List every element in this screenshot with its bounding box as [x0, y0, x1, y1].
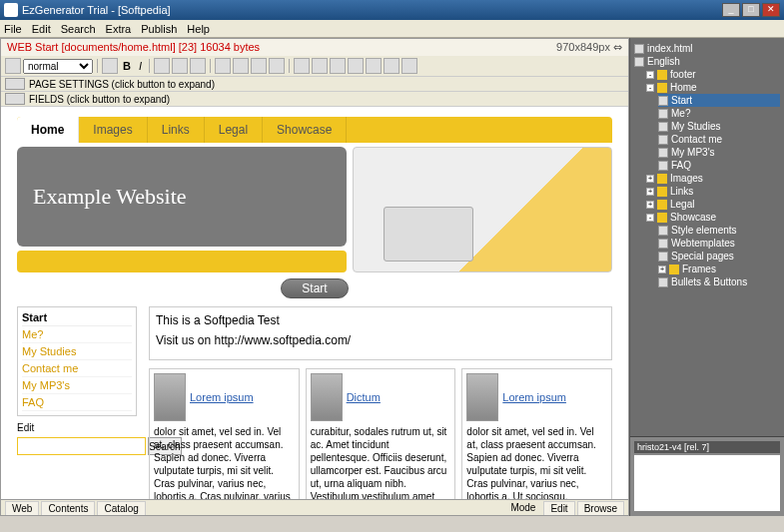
- side-item[interactable]: My MP3's: [22, 377, 132, 394]
- table-icon[interactable]: [294, 58, 310, 74]
- page-icon: [658, 148, 668, 158]
- hero-banner: Example Website: [17, 147, 347, 247]
- tab-home[interactable]: Home: [17, 117, 79, 143]
- expand-icon[interactable]: +: [646, 188, 654, 196]
- editor-canvas[interactable]: Home Images Links Legal Showcase Example…: [1, 107, 628, 499]
- tab-showcase[interactable]: Showcase: [263, 117, 347, 143]
- align-right-icon[interactable]: [190, 58, 206, 74]
- expand-fields-button[interactable]: [5, 93, 25, 105]
- tree-item[interactable]: +Images: [646, 172, 780, 185]
- expand-icon[interactable]: -: [646, 71, 654, 79]
- script-icon[interactable]: [401, 58, 417, 74]
- tree-item[interactable]: -Showcase: [646, 211, 780, 224]
- tab-web[interactable]: Web: [5, 501, 39, 515]
- bold-button[interactable]: B: [120, 60, 134, 72]
- page-icon: [634, 44, 644, 54]
- tree-item[interactable]: index.html: [634, 42, 780, 55]
- side-item[interactable]: Me?: [22, 326, 132, 343]
- tree-label: Bullets & Buttons: [671, 276, 747, 287]
- start-button[interactable]: Start: [281, 278, 348, 298]
- close-button[interactable]: ✕: [762, 3, 780, 17]
- link-icon[interactable]: [330, 58, 346, 74]
- card-title[interactable]: Lorem ipsum: [502, 391, 566, 403]
- card-title[interactable]: Lorem ipsum: [190, 391, 254, 403]
- tree-label: footer: [670, 69, 696, 80]
- tab-catalog[interactable]: Catalog: [97, 501, 145, 515]
- menu-extra[interactable]: Extra: [106, 23, 132, 35]
- tree-item[interactable]: My MP3's: [658, 146, 780, 159]
- page-icon: [658, 109, 668, 119]
- expand-icon[interactable]: +: [646, 175, 654, 183]
- tab-browse-mode[interactable]: Browse: [577, 501, 624, 515]
- expand-icon[interactable]: -: [646, 214, 654, 222]
- tree-item[interactable]: English: [634, 55, 780, 68]
- search-input[interactable]: [17, 437, 146, 455]
- hero-strip: [17, 251, 347, 272]
- new-icon[interactable]: [5, 58, 21, 74]
- tree-item[interactable]: -footer: [646, 68, 780, 81]
- expand-page-settings-button[interactable]: [5, 78, 25, 90]
- tab-images[interactable]: Images: [79, 117, 147, 143]
- tree-item[interactable]: Bullets & Buttons: [658, 275, 780, 288]
- menu-file[interactable]: File: [4, 23, 22, 35]
- side-item[interactable]: Contact me: [22, 360, 132, 377]
- tree-item[interactable]: Me?: [658, 107, 780, 120]
- infobar: WEB Start [documents/home.html] [23] 160…: [1, 39, 628, 56]
- list-ol-icon[interactable]: [233, 58, 249, 74]
- align-center-icon[interactable]: [172, 58, 188, 74]
- tree-item[interactable]: +Frames: [658, 263, 780, 275]
- style-select[interactable]: normal: [23, 59, 93, 74]
- card-title[interactable]: Dictum: [347, 391, 381, 403]
- intro-line-1: This is a Softpedia Test: [156, 313, 605, 327]
- list-ul-icon[interactable]: [215, 58, 231, 74]
- indent-icon[interactable]: [251, 58, 267, 74]
- folder-icon: [657, 200, 667, 210]
- align-left-icon[interactable]: [154, 58, 170, 74]
- menu-publish[interactable]: Publish: [141, 23, 177, 35]
- tree-label: Contact me: [671, 134, 722, 145]
- side-item[interactable]: My Studies: [22, 343, 132, 360]
- tree-item[interactable]: +Legal: [646, 198, 780, 211]
- side-item[interactable]: FAQ: [22, 394, 132, 411]
- page-icon: [658, 135, 668, 145]
- preview-thumbnail[interactable]: [634, 455, 780, 511]
- menu-help[interactable]: Help: [187, 23, 210, 35]
- tree-item[interactable]: My Studies: [658, 120, 780, 133]
- folder-icon: [657, 187, 667, 197]
- italic-button[interactable]: I: [136, 60, 145, 72]
- phone-icon: [311, 373, 343, 421]
- intro-box[interactable]: This is a Softpedia Test Visit us on htt…: [149, 306, 612, 360]
- tree-item[interactable]: Style elements: [658, 224, 780, 237]
- phone-icon: [466, 373, 498, 421]
- tree-item[interactable]: +Links: [646, 185, 780, 198]
- form-icon[interactable]: [384, 58, 399, 74]
- image-icon[interactable]: [312, 58, 328, 74]
- tree-item[interactable]: Contact me: [658, 133, 780, 146]
- tab-edit-mode[interactable]: Edit: [543, 501, 574, 515]
- tab-contents[interactable]: Contents: [41, 501, 95, 515]
- tab-legal[interactable]: Legal: [205, 117, 263, 143]
- project-tree[interactable]: index.htmlEnglish-footer-HomeStartMe?My …: [630, 38, 784, 436]
- expand-icon[interactable]: +: [646, 201, 654, 209]
- expand-icon[interactable]: -: [646, 84, 654, 92]
- tab-links[interactable]: Links: [148, 117, 205, 143]
- tree-item[interactable]: Webtemplates: [658, 237, 780, 250]
- page-icon: [658, 239, 668, 249]
- anchor-icon[interactable]: [348, 58, 364, 74]
- tree-item[interactable]: -Home: [646, 81, 780, 94]
- tree-item[interactable]: Special pages: [658, 250, 780, 263]
- expand-icon[interactable]: +: [658, 266, 666, 273]
- font-color-icon[interactable]: [102, 58, 118, 74]
- outdent-icon[interactable]: [269, 58, 285, 74]
- menu-search[interactable]: Search: [61, 23, 96, 35]
- menu-edit[interactable]: Edit: [32, 23, 51, 35]
- tree-label: My Studies: [671, 121, 720, 132]
- page-icon: [658, 122, 668, 132]
- maximize-button[interactable]: □: [742, 3, 760, 17]
- tree-item[interactable]: FAQ: [658, 159, 780, 172]
- fields-bar: FIELDS (click button to expand): [1, 92, 628, 107]
- tree-item[interactable]: Start: [658, 94, 780, 107]
- minimize-button[interactable]: _: [722, 3, 740, 17]
- hr-icon[interactable]: [366, 58, 382, 74]
- titlebar: EzGenerator Trial - [Softpedia] _ □ ✕: [0, 0, 784, 20]
